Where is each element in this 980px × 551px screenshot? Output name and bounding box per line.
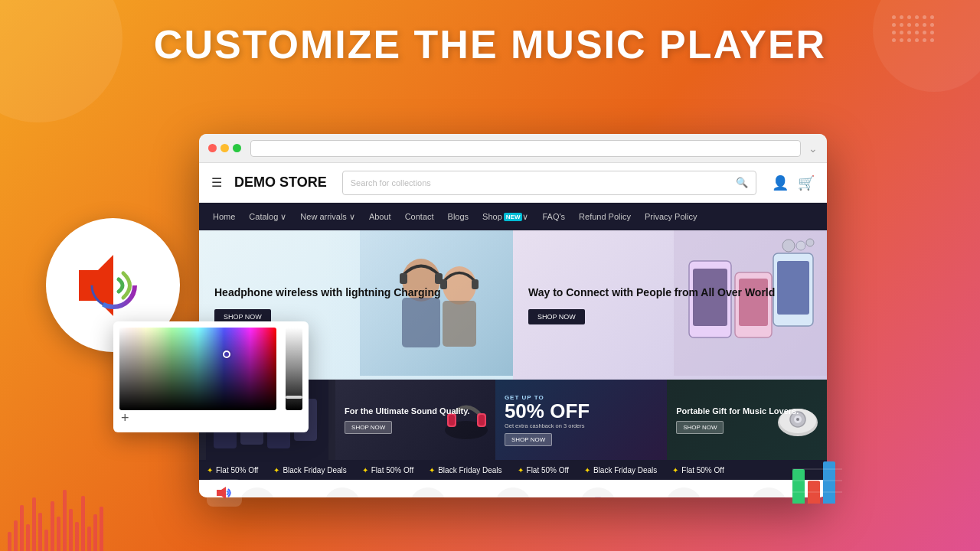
store-logo: DEMO STORE	[234, 174, 327, 191]
banner-sale-text: GET UP TO 50% OFF Get extra cashback on …	[505, 394, 590, 446]
chevron-down-icon: ⌄	[808, 142, 818, 155]
nav-faqs[interactable]: FAQ's	[536, 203, 571, 230]
brightness-handle[interactable]	[286, 396, 302, 399]
banner3-cta[interactable]: SHOP NOW	[676, 421, 724, 434]
browser-chrome: ⌄	[199, 134, 827, 163]
bg-circle-tl	[0, 0, 122, 122]
hero-right-text: Way to Connect with People from All Over…	[513, 270, 790, 340]
search-icon: 🔍	[736, 177, 748, 188]
ticker-item-5: ✦ Flat 50% Off	[518, 466, 569, 474]
color-picker-cursor	[223, 350, 230, 358]
store-icons: 👤 🛒	[772, 174, 815, 191]
bottom-volume-button[interactable]	[207, 479, 242, 507]
mouse-icon	[495, 487, 531, 497]
user-icon[interactable]: 👤	[772, 174, 789, 191]
browser-window: ⌄ ☰ DEMO STORE Search for collections 🔍 …	[199, 134, 827, 497]
svg-marker-65	[217, 487, 226, 499]
hero-right-cta[interactable]: SHOP NOW	[528, 309, 585, 324]
store-nav-top: ☰ DEMO STORE Search for collections 🔍 👤 …	[199, 163, 827, 203]
banner3-title: Portable Gift for Music Lovers.	[676, 406, 799, 417]
main-menu: Home Catalog ∨ New arrivals ∨ About Cont…	[199, 203, 827, 230]
hero-left-title: Headphone wireless with lightning Chargi…	[214, 285, 441, 301]
banner3-text: Portable Gift for Music Lovers. SHOP NOW	[676, 406, 799, 434]
color-picker-widget[interactable]: +	[113, 321, 309, 432]
speaker-icon	[665, 487, 702, 497]
banner2-subtitle: Get extra cashback on 3 orders	[505, 422, 590, 429]
svg-rect-30	[479, 415, 485, 425]
shop-new-badge: NEW	[504, 213, 523, 221]
ticker-item-1: ✦ Flat 50% Off	[207, 466, 258, 474]
nav-new-arrivals[interactable]: New arrivals ∨	[294, 203, 361, 230]
nav-home[interactable]: Home	[207, 203, 241, 230]
color-brightness-slider[interactable]	[286, 328, 302, 410]
ticker-item-4: ✦ Black Friday Deals	[429, 466, 501, 474]
ticker-item-3: ✦ Flat 50% Off	[362, 466, 413, 474]
ticker-item-2: ✦ Black Friday Deals	[273, 466, 346, 474]
ticker-bar: ✦ Flat 50% Off ✦ Black Friday Deals ✦ Fl…	[199, 460, 827, 480]
chart-widget	[792, 458, 842, 504]
banner-sound-text: For the Ultimate Sound Quality. SHOP NOW	[345, 406, 470, 434]
maximize-button[interactable]	[233, 144, 241, 152]
phone-icon	[580, 487, 616, 497]
svg-rect-8	[472, 279, 479, 289]
banner1-title: For the Ultimate Sound Quality.	[345, 406, 470, 416]
nav-about[interactable]: About	[363, 203, 397, 230]
product-mouse[interactable]	[470, 487, 555, 497]
banner-portable: Portable Gift for Music Lovers. SHOP NOW	[667, 380, 827, 460]
product-smartwatch[interactable]	[299, 487, 384, 497]
banner1-cta[interactable]: SHOP NOW	[345, 421, 392, 434]
airpods-icon	[239, 487, 276, 497]
color-gradient-area[interactable]	[119, 328, 276, 410]
window-controls	[208, 144, 241, 152]
eq-decoration	[0, 429, 176, 551]
url-bar[interactable]	[250, 140, 801, 157]
banner-sale: GET UP TO 50% OFF Get extra cashback on …	[495, 380, 667, 460]
ticker-item-6: ✦ Black Friday Deals	[584, 466, 657, 474]
svg-point-18	[806, 239, 814, 246]
nav-shop[interactable]: Shop NEW ∨	[476, 203, 534, 230]
cart-icon[interactable]: 🛒	[798, 174, 815, 191]
product-phone[interactable]	[556, 487, 641, 497]
svg-point-17	[796, 241, 805, 250]
nav-catalog[interactable]: Catalog ∨	[243, 203, 292, 230]
dots-pattern	[892, 15, 934, 42]
search-placeholder: Search for collections	[351, 178, 431, 187]
smartwatch-icon	[324, 487, 361, 497]
hero-right-title: Way to Connect with People from All Over…	[528, 285, 775, 301]
search-bar[interactable]: Search for collections 🔍	[342, 171, 756, 195]
page-title: CUSTOMIZE THE MUSIC PLAYER	[0, 0, 980, 81]
hero-right-banner: Way to Connect with People from All Over…	[513, 230, 827, 380]
camera-icon	[750, 487, 787, 497]
product-speaker[interactable]	[641, 487, 726, 497]
nav-contact[interactable]: Contact	[399, 203, 440, 230]
banner-sound-quality: For the Ultimate Sound Quality. SHOP NOW	[335, 380, 495, 460]
nav-blogs[interactable]: Blogs	[442, 203, 475, 230]
nav-refund[interactable]: Refund Policy	[573, 203, 637, 230]
banner2-sale: 50% OFF	[505, 401, 590, 421]
close-button[interactable]	[208, 144, 217, 152]
banner2-cta[interactable]: SHOP NOW	[505, 433, 552, 446]
ticker-item-7: ✦ Flat 50% Off	[672, 466, 724, 474]
vr-headset-icon	[410, 487, 446, 497]
product-vr[interactable]	[385, 487, 470, 497]
products-row	[199, 480, 827, 497]
svg-point-16	[782, 240, 795, 252]
nav-privacy[interactable]: Privacy Policy	[639, 203, 703, 230]
hamburger-icon[interactable]: ☰	[211, 175, 222, 190]
plus-icon[interactable]: +	[121, 410, 129, 426]
minimize-button[interactable]	[220, 144, 229, 152]
